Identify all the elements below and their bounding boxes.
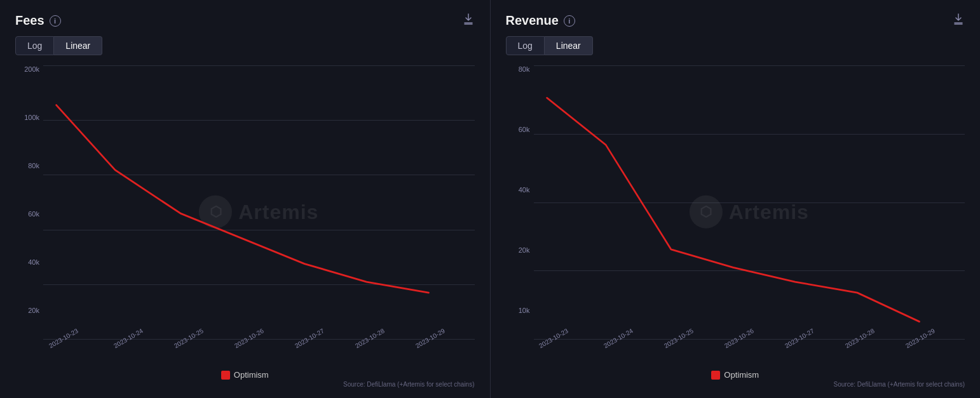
revenue-chart-svg bbox=[534, 65, 965, 340]
fees-source-text: Source: DefiLlama (+Artemis for select c… bbox=[15, 381, 475, 388]
revenue-info-icon[interactable]: i bbox=[564, 15, 575, 27]
fees-legend-dot bbox=[221, 371, 230, 380]
fees-y-label-4: 60k bbox=[15, 210, 43, 218]
revenue-legend-label: Optimism bbox=[724, 370, 759, 380]
fees-legend-label: Optimism bbox=[234, 370, 269, 380]
fees-y-label-2: 100k bbox=[15, 114, 43, 121]
fees-y-label-3: 80k bbox=[15, 162, 43, 169]
revenue-chart-area: 80k 60k 40k 20k 10k ⬡ Artemis bbox=[506, 65, 965, 365]
revenue-source-text: Source: DefiLlama (+Artemis for select c… bbox=[506, 381, 965, 388]
fees-chart-svg bbox=[43, 65, 475, 340]
revenue-toggle-group: Log Linear bbox=[506, 36, 965, 55]
fees-log-button[interactable]: Log bbox=[15, 36, 54, 55]
fees-download-icon[interactable] bbox=[462, 13, 475, 29]
fees-linear-button[interactable]: Linear bbox=[54, 36, 102, 55]
revenue-y-label-5: 10k bbox=[506, 307, 534, 314]
revenue-panel: Revenue i Log Linear 80k 60k 40k 20k 10k bbox=[490, 0, 981, 398]
revenue-y-label-4: 20k bbox=[506, 246, 534, 254]
fees-title: Fees i bbox=[15, 13, 61, 28]
fees-header: Fees i bbox=[15, 13, 475, 29]
fees-y-label-1: 200k bbox=[15, 65, 43, 73]
revenue-legend: Optimism bbox=[506, 369, 965, 380]
revenue-legend-dot bbox=[711, 371, 720, 380]
revenue-y-axis: 80k 60k 40k 20k 10k bbox=[506, 65, 534, 365]
revenue-y-label-1: 80k bbox=[506, 65, 534, 73]
revenue-chart-inner: ⬡ Artemis 2023-10-23 2023-10-24 2023-10-… bbox=[534, 65, 965, 365]
fees-chart-inner: ⬡ Artemis 2023-10-23 2023-10-24 2023-10-… bbox=[43, 65, 475, 365]
fees-x-axis: 2023-10-23 2023-10-24 2023-10-25 2023-10… bbox=[43, 340, 475, 365]
fees-toggle-group: Log Linear bbox=[15, 36, 475, 55]
revenue-y-label-2: 60k bbox=[506, 126, 534, 133]
fees-y-axis: 200k 100k 80k 60k 40k 20k bbox=[15, 65, 43, 365]
fees-chart-area: 200k 100k 80k 60k 40k 20k ⬡ Artemis bbox=[15, 65, 475, 365]
fees-y-label-5: 40k bbox=[15, 258, 43, 266]
revenue-download-icon[interactable] bbox=[952, 13, 965, 29]
fees-legend: Optimism bbox=[15, 369, 475, 380]
revenue-log-button[interactable]: Log bbox=[506, 36, 545, 55]
fees-panel: Fees i Log Linear 200k 100k 80k 60k 40k … bbox=[0, 0, 490, 398]
revenue-title-text: Revenue bbox=[506, 13, 559, 28]
fees-title-text: Fees bbox=[15, 13, 44, 28]
fees-y-label-6: 20k bbox=[15, 307, 43, 314]
revenue-y-label-3: 40k bbox=[506, 186, 534, 194]
revenue-x-axis: 2023-10-23 2023-10-24 2023-10-25 2023-10… bbox=[534, 340, 965, 365]
revenue-linear-button[interactable]: Linear bbox=[545, 36, 593, 55]
revenue-title: Revenue i bbox=[506, 13, 575, 28]
fees-info-icon[interactable]: i bbox=[50, 15, 61, 27]
revenue-header: Revenue i bbox=[506, 13, 965, 29]
